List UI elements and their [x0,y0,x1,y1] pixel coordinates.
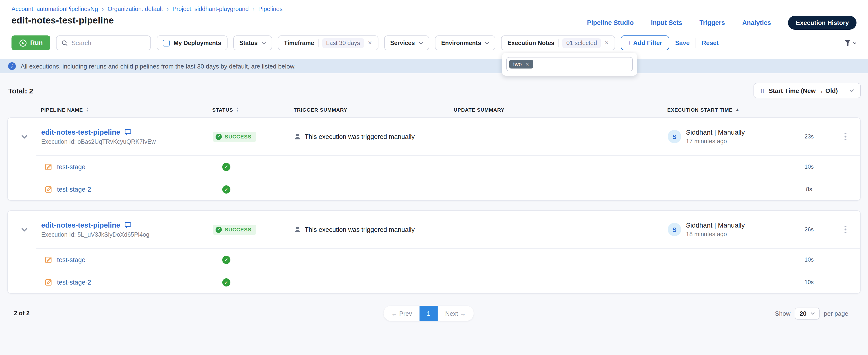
status-filter-dropdown[interactable]: Status [233,35,272,50]
stage-row[interactable]: test-stage-2 ✓ 8s [8,178,860,200]
environments-filter-dropdown[interactable]: Environments [435,35,496,50]
execution-notes-comment-icon[interactable] [124,221,132,229]
stage-success-icon: ✓ [222,278,230,286]
column-header-status[interactable]: STATUS ▲▼ [212,107,293,113]
page-title: edit-notes-test-pipeline [11,15,114,26]
stage-name-link[interactable]: test-stage-2 [57,278,91,286]
stage-row[interactable]: test-stage ✓ 10s [8,156,860,178]
tab-input-sets[interactable]: Input Sets [651,19,682,26]
stage-name-link[interactable]: test-stage [57,163,86,170]
tab-execution-history[interactable]: Execution History [788,16,857,30]
row-menu-kebab-icon[interactable] [842,224,849,235]
execution-notes-popup: two ✕ [502,53,637,76]
execution-notes-filter[interactable]: Execution Notes 01 selected ✕ [501,35,615,50]
filter-toolbar: Run My Deployments Status Timeframe Last… [0,34,868,59]
run-button[interactable]: Run [11,35,51,50]
my-deployments-toggle[interactable]: My Deployments [157,35,227,50]
note-tag-label: two [513,61,522,67]
add-filter-button[interactable]: + Add Filter [621,35,670,50]
prev-page-button[interactable]: ← Prev [384,306,420,321]
column-label: EXECUTION START TIME [667,107,733,113]
next-page-button[interactable]: Next → [438,306,474,321]
breadcrumb-project-link[interactable]: Project: siddhant-playground [173,6,249,12]
search-input[interactable] [72,39,146,47]
execution-row[interactable]: edit-notes-test-pipeline Execution Id: 5… [8,211,860,248]
search-box [56,35,151,50]
stage-duration: 10s [787,279,831,286]
info-banner: i All executions, including reruns and c… [0,59,868,73]
my-deployments-label: My Deployments [174,39,221,46]
note-tag-remove-icon[interactable]: ✕ [525,62,529,67]
pager: ← Prev 1 Next → [384,306,474,321]
reset-filter-link[interactable]: Reset [702,39,719,47]
stage-row[interactable]: test-stage ✓ 10s [8,249,860,271]
column-header-trigger-summary: TRIGGER SUMMARY [293,107,454,113]
column-header-execution-start-time[interactable]: EXECUTION START TIME ▲ [667,107,787,113]
chevron-down-icon [849,89,854,92]
divider [318,39,318,47]
breadcrumb-separator: › [167,6,168,12]
play-icon [19,39,27,47]
sort-ascending-icon: ▲ [736,108,740,112]
my-deployments-checkbox[interactable] [163,39,170,46]
execution-notes-value-chip: 01 selected [562,38,601,48]
stage-name-link[interactable]: test-stage [57,256,86,263]
execution-row[interactable]: edit-notes-test-pipeline Execution Id: o… [8,118,860,155]
note-tag: two ✕ [509,60,533,68]
per-page-label: per page [824,310,848,317]
sort-dropdown[interactable]: ↑↓ Start Time (New → Old) [753,83,861,98]
tab-pipeline-studio[interactable]: Pipeline Studio [587,19,634,26]
stage-edit-icon [44,256,53,264]
row-menu-kebab-icon[interactable] [842,131,849,143]
success-check-icon: ✓ [216,227,222,233]
chevron-down-icon [810,312,814,315]
breadcrumb-separator: › [102,6,104,12]
execution-notes-filter-wrap: Execution Notes 01 selected ✕ two ✕ [501,35,615,50]
column-header-update-summary: UPDATE SUMMARY [454,107,667,113]
start-time-ago: 18 minutes ago [686,231,745,238]
column-label: STATUS [212,107,233,113]
success-check-icon: ✓ [216,134,222,140]
current-page-button[interactable]: 1 [420,306,437,321]
column-label: TRIGGER SUMMARY [293,107,347,113]
row-expander-chevron-icon[interactable] [8,227,41,232]
timeframe-value-chip: Last 30 days [322,38,364,48]
pipeline-name-link[interactable]: edit-notes-test-pipeline [41,221,120,229]
sort-icon: ▲▼ [86,107,89,112]
breadcrumb-account-link[interactable]: Account: automationPipelinesNg [11,6,98,12]
pipeline-name-link[interactable]: edit-notes-test-pipeline [41,128,120,136]
save-filter-link[interactable]: Save [675,39,690,47]
stage-edit-icon [44,185,53,193]
info-banner-text: All executions, including reruns and chi… [21,62,296,70]
column-header-pipeline-name[interactable]: PIPELINE NAME ▲▼ [41,107,212,113]
start-time-ago: 17 minutes ago [686,138,745,145]
tab-triggers[interactable]: Triggers [700,19,725,26]
user-trigger-icon [294,133,301,140]
timeframe-clear-icon[interactable]: ✕ [368,40,372,46]
timeframe-filter[interactable]: Timeframe Last 30 days ✕ [278,35,378,50]
breadcrumb-pipelines-link[interactable]: Pipelines [258,6,282,12]
page-size-value: 20 [800,310,806,317]
stage-name-link[interactable]: test-stage-2 [57,186,91,193]
column-label: UPDATE SUMMARY [454,107,504,113]
stage-row[interactable]: test-stage-2 ✓ 10s [8,271,860,293]
execution-notes-tag-input[interactable]: two ✕ [506,57,633,71]
column-label: PIPELINE NAME [41,107,83,113]
tab-analytics[interactable]: Analytics [742,19,771,26]
execution-card: edit-notes-test-pipeline Execution Id: 5… [7,210,861,294]
page-size-select[interactable]: 20 [795,307,819,319]
execution-notes-clear-icon[interactable]: ✕ [604,40,609,46]
services-filter-dropdown[interactable]: Services [384,35,429,50]
show-label: Show [775,310,790,317]
total-count: Total: 2 [7,86,33,95]
pagination-footer: 2 of 2 ← Prev 1 Next → Show 20 per page [7,305,861,322]
filter-menu-button[interactable] [844,39,857,47]
status-badge: ✓ SUCCESS [213,132,256,142]
divider [558,39,559,47]
breadcrumb-org-link[interactable]: Organization: default [107,6,163,12]
row-expander-chevron-icon[interactable] [8,135,41,139]
execution-notes-comment-icon[interactable] [124,128,132,136]
chevron-down-icon [853,41,857,44]
stage-duration: 10s [787,164,831,170]
execution-id: Execution Id: 5L_uV3JkSlyDoXd65Pl4og [41,231,213,238]
